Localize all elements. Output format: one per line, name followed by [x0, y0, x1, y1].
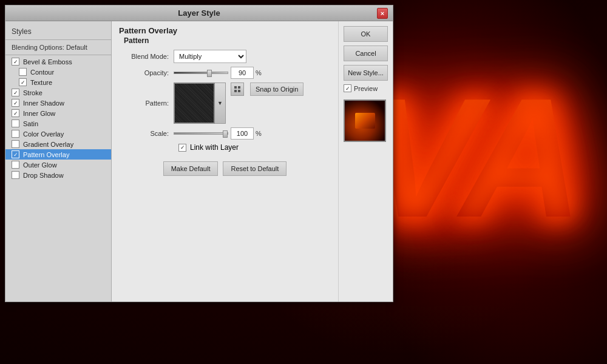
preview-checkbox-row: Preview [344, 84, 388, 92]
opacity-row: Opacity: % [119, 67, 331, 79]
blend-mode-row: Blend Mode: Multiply Normal Screen Overl… [119, 50, 331, 63]
contour-label: Contour [30, 69, 54, 76]
close-button[interactable]: × [377, 8, 388, 19]
left-panel: Styles Blending Options: Default Bevel &… [5, 21, 112, 302]
pattern-overlay-checkbox[interactable] [12, 150, 19, 158]
stroke-checkbox[interactable] [12, 89, 19, 96]
sidebar-item-outer-glow[interactable]: Outer Glow [5, 160, 111, 170]
title-bar: Layer Style × [5, 5, 393, 21]
texture-checkbox[interactable] [19, 78, 27, 86]
link-label: Link with Layer [190, 143, 239, 152]
color-overlay-label: Color Overlay [23, 130, 64, 138]
blend-mode-control: Multiply Normal Screen Overlay [174, 50, 331, 63]
sidebar-item-inner-shadow[interactable]: Inner Shadow [5, 98, 111, 108]
contour-checkbox[interactable] [19, 68, 27, 76]
satin-checkbox[interactable] [12, 120, 19, 127]
scale-label: Scale: [119, 130, 174, 137]
styles-header: Styles [5, 24, 111, 38]
sidebar-item-contour[interactable]: Contour [5, 67, 111, 77]
inner-glow-checkbox[interactable] [12, 109, 19, 117]
background-text: VA [365, 61, 577, 255]
drop-shadow-label: Drop Shadow [23, 172, 64, 179]
opacity-unit: % [256, 69, 262, 76]
scale-row: Scale: % [119, 127, 331, 140]
svg-rect-2 [234, 90, 237, 92]
pattern-preview[interactable] [174, 83, 215, 124]
bevel-checkbox[interactable] [12, 58, 19, 66]
dialog-title: Layer Style [21, 8, 377, 18]
action-panel: OK Cancel New Style... Preview [338, 21, 393, 302]
drop-shadow-checkbox[interactable] [12, 171, 19, 179]
snap-to-origin-button[interactable]: Snap to Origin [250, 83, 304, 96]
pattern-dropdown-button[interactable]: ▼ [215, 83, 226, 124]
opacity-slider-thumb [207, 70, 212, 77]
bottom-buttons: Make Default Reset to Default [119, 157, 331, 176]
main-panel: Pattern Overlay Pattern Blend Mode: Mult… [112, 21, 338, 302]
link-checkbox[interactable] [178, 144, 186, 152]
dialog-body: Styles Blending Options: Default Bevel &… [5, 21, 393, 302]
pattern-overlay-label: Pattern Overlay [23, 151, 69, 158]
scale-control: % [174, 127, 331, 140]
outer-glow-checkbox[interactable] [12, 161, 19, 169]
sidebar-item-texture[interactable]: Texture [5, 77, 111, 87]
blending-options-label: Blending Options: Default [5, 41, 111, 53]
inner-shadow-label: Inner Shadow [23, 99, 64, 107]
inner-shadow-checkbox[interactable] [12, 99, 19, 107]
blend-mode-label: Blend Mode: [119, 53, 174, 60]
pattern-row: Pattern: ▼ [119, 83, 331, 124]
preview-label: Preview [354, 85, 378, 92]
opacity-label: Opacity: [119, 69, 174, 76]
cancel-button[interactable]: Cancel [344, 46, 388, 61]
opacity-control: % [174, 67, 331, 79]
pattern-controls: ▼ Snap to Origin [174, 83, 304, 124]
divider-2 [5, 55, 111, 55]
satin-label: Satin [23, 120, 38, 127]
preview-thumb-inner [345, 101, 385, 141]
reset-default-button[interactable]: Reset to Default [223, 161, 287, 176]
preview-checkbox[interactable] [344, 84, 351, 92]
outer-glow-label: Outer Glow [23, 161, 57, 169]
pattern-picker: ▼ [174, 83, 226, 124]
blend-mode-select[interactable]: Multiply Normal Screen Overlay [174, 50, 246, 63]
gradient-overlay-checkbox[interactable] [12, 140, 19, 148]
svg-rect-1 [238, 86, 240, 89]
inner-glow-label: Inner Glow [23, 110, 55, 117]
sidebar-item-stroke[interactable]: Stroke [5, 87, 111, 98]
make-default-button[interactable]: Make Default [163, 161, 219, 176]
pattern-label: Pattern: [119, 99, 174, 107]
bevel-label: Bevel & Emboss [23, 58, 72, 66]
pattern-preview-inner [175, 84, 214, 123]
scale-unit: % [256, 130, 262, 137]
opacity-slider[interactable] [174, 72, 228, 74]
pattern-options-icon [234, 86, 241, 93]
svg-rect-0 [234, 86, 237, 89]
svg-rect-3 [238, 90, 240, 92]
panel-title: Pattern Overlay [119, 26, 331, 35]
scale-slider[interactable] [174, 132, 228, 135]
panel-subtitle: Pattern [119, 36, 331, 45]
opacity-input[interactable] [231, 67, 254, 79]
sidebar-item-satin[interactable]: Satin [5, 118, 111, 129]
scale-slider-thumb [223, 130, 228, 138]
sidebar-item-pattern-overlay[interactable]: Pattern Overlay [5, 149, 111, 160]
ok-button[interactable]: OK [344, 26, 388, 42]
sidebar-item-drop-shadow[interactable]: Drop Shadow [5, 170, 111, 180]
color-overlay-checkbox[interactable] [12, 130, 19, 138]
opacity-slider-container: % [174, 67, 331, 79]
scale-input[interactable] [231, 127, 254, 140]
layer-style-dialog: Layer Style × Styles Blending Options: D… [5, 5, 393, 302]
sidebar-item-bevel[interactable]: Bevel & Emboss [5, 56, 111, 67]
gradient-overlay-label: Gradient Overlay [23, 141, 73, 148]
preview-thumbnail [344, 99, 386, 142]
stroke-label: Stroke [23, 89, 42, 96]
link-checkbox-row: Link with Layer [119, 143, 331, 152]
sidebar-item-color-overlay[interactable]: Color Overlay [5, 129, 111, 139]
texture-label: Texture [30, 79, 52, 86]
pattern-options-button[interactable] [231, 83, 244, 96]
sidebar-item-inner-glow[interactable]: Inner Glow [5, 108, 111, 118]
new-style-button[interactable]: New Style... [344, 65, 388, 81]
scale-slider-container: % [174, 127, 331, 140]
divider-1 [5, 39, 111, 40]
sidebar-item-gradient-overlay[interactable]: Gradient Overlay [5, 139, 111, 149]
